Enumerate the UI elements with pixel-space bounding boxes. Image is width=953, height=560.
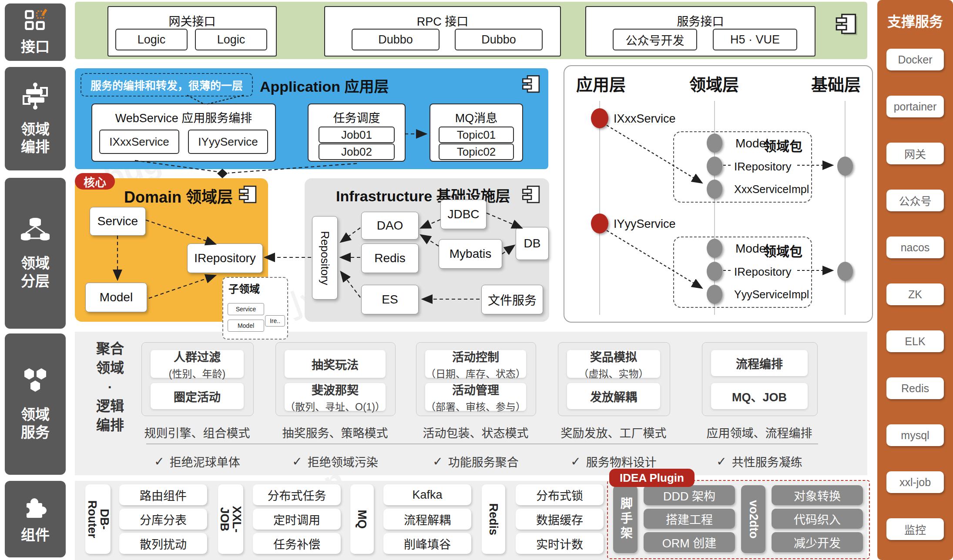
subdomain-box: 子领域 Service Ire.. Model bbox=[222, 277, 288, 340]
sidebar-item-domain-orchestration: 领域编排 bbox=[5, 67, 66, 170]
layer-sequence-panel: 应用层 领域层 基础层 IXxxService Model 领域包 IRepos… bbox=[564, 65, 873, 323]
activity-scope-box: 圈定活动 bbox=[151, 383, 244, 409]
mybatis-box: Mybatis bbox=[439, 239, 502, 269]
check-icon: ✓ bbox=[570, 454, 581, 469]
jdbc-box: JDBC bbox=[440, 200, 487, 229]
group-caption: 抽奖服务、策略模式 bbox=[265, 424, 405, 441]
model-node bbox=[707, 133, 722, 153]
support-service-item: 监控 bbox=[886, 518, 944, 540]
component-item: 路由组件 bbox=[119, 484, 207, 505]
dubbo-button: Dubbo bbox=[455, 29, 543, 50]
check-label: 功能服务聚合 bbox=[448, 453, 519, 470]
check-item: ✓ 功能服务聚合 bbox=[402, 453, 550, 470]
serviceimpl-node bbox=[707, 285, 722, 304]
check-item: ✓ 拒绝泥球单体 bbox=[123, 453, 271, 470]
iyyyservice-label: IYyyService bbox=[614, 217, 676, 231]
grid-pencil-icon bbox=[23, 9, 48, 35]
mq-job-box: MQ、JOB bbox=[711, 383, 808, 409]
support-service-item: Docker bbox=[886, 49, 944, 70]
box-sub: （虚拟、实物） bbox=[579, 366, 649, 380]
check-label: 拒绝领域污染 bbox=[308, 453, 378, 470]
crowd-filter-box: 人群过滤 (性别、年龄) bbox=[151, 350, 244, 378]
box-sub: （日期、库存、状态） bbox=[426, 366, 526, 380]
activity-control-box: 活动控制 （日期、库存、状态） bbox=[425, 350, 526, 378]
ixxxservice-node bbox=[591, 108, 608, 128]
component-item: 任务补偿 bbox=[253, 533, 341, 554]
support-service-item: portainer bbox=[886, 96, 944, 117]
application-callout: 服务的编排和转发，很薄的一层 bbox=[81, 73, 253, 97]
sidebar-item-components: 组件 bbox=[5, 481, 66, 557]
core-badge: 核心 bbox=[75, 173, 115, 190]
check-label: 服务物料设计 bbox=[586, 453, 657, 470]
hexagons-icon bbox=[20, 367, 51, 397]
irepository-node bbox=[707, 157, 722, 176]
check-icon: ✓ bbox=[433, 454, 443, 469]
check-icon: ✓ bbox=[292, 454, 302, 469]
ixxxservice-label: IXxxService bbox=[614, 112, 676, 126]
flow-icon bbox=[21, 82, 50, 112]
fibonacci-box: 斐波那契 （散列、寻址、O(1)） bbox=[285, 383, 386, 411]
model-node bbox=[707, 239, 722, 258]
label-line: 领域 bbox=[89, 358, 131, 377]
support-service-item: nacos bbox=[886, 237, 944, 258]
component-item: 削峰填谷 bbox=[383, 533, 471, 554]
column-base: 基础层 bbox=[811, 71, 861, 95]
logic-button: Logic bbox=[195, 29, 267, 50]
dubbo-button: Dubbo bbox=[352, 29, 440, 50]
model-box: Model bbox=[85, 283, 147, 312]
iyyyservice-node bbox=[591, 213, 608, 233]
es-box: ES bbox=[361, 285, 419, 314]
box-sub: （部署、审核、参与） bbox=[426, 399, 526, 413]
idea-plugin-badge: IDEA Plugin bbox=[609, 469, 695, 487]
check-item: ✓ 共性服务凝练 bbox=[685, 453, 833, 470]
db-tree-icon bbox=[19, 217, 51, 246]
subdomain-title: 子领域 bbox=[228, 280, 260, 296]
support-service-item: Redis bbox=[886, 377, 944, 399]
check-icon: ✓ bbox=[716, 454, 726, 469]
serviceimpl-label: YyyServiceImpl bbox=[734, 288, 809, 301]
plugin-item: DDD 架构 bbox=[644, 485, 735, 505]
box-title: 流程编排 bbox=[736, 355, 783, 372]
label-line: 聚合 bbox=[89, 339, 131, 358]
box-title: 奖品模拟 bbox=[590, 348, 637, 365]
domain-package-label: 领域包 bbox=[763, 241, 802, 260]
box-title: MQ、JOB bbox=[732, 388, 787, 405]
file-service-box: 文件服务 bbox=[481, 285, 543, 314]
plugin-item: 搭建工程 bbox=[644, 509, 735, 529]
puzzle-icon bbox=[21, 494, 49, 522]
wechat-dev-button: 公众号开发 bbox=[613, 29, 697, 50]
serviceimpl-node bbox=[707, 180, 722, 199]
sidebar-item-label: 领域服务 bbox=[20, 406, 51, 441]
box-title: 发放解耦 bbox=[590, 388, 637, 405]
sidebar-item-label: 领域分层 bbox=[20, 255, 51, 290]
base-layer-node bbox=[837, 262, 853, 281]
db-router-label: DB-Router bbox=[85, 484, 111, 554]
subdomain-service-box: Service bbox=[228, 303, 264, 315]
base-layer-node bbox=[837, 157, 853, 176]
box-title: 人群过滤 bbox=[174, 348, 221, 365]
redis-label: Redis bbox=[482, 484, 505, 554]
support-service-item: 网关 bbox=[886, 143, 944, 164]
component-icon bbox=[520, 183, 542, 208]
support-service-item: ZK bbox=[886, 283, 944, 305]
box-title: 活动控制 bbox=[452, 348, 499, 365]
check-label: 拒绝泥球单体 bbox=[170, 453, 240, 470]
group-caption: 奖励发放、工厂模式 bbox=[544, 424, 683, 441]
sidebar-item-interface: 接口 bbox=[5, 3, 66, 61]
label-line: 编排 bbox=[89, 416, 131, 435]
box-sub: （散列、寻址、O(1)） bbox=[285, 399, 385, 413]
job01-box: Job01 bbox=[319, 127, 395, 143]
iyyyservice-box: IYyyService bbox=[188, 130, 268, 154]
prize-simulate-box: 奖品模拟 （虚拟、实物） bbox=[567, 350, 660, 378]
sidebar-item-label: 领域编排 bbox=[20, 121, 51, 156]
component-item: 分布式锁 bbox=[516, 484, 604, 505]
component-item: 实时计数 bbox=[516, 533, 604, 554]
check-icon: ✓ bbox=[154, 454, 164, 469]
grant-decouple-box: 发放解耦 bbox=[567, 383, 660, 409]
group-caption: 应用领域、流程编排 bbox=[690, 424, 829, 441]
box-title: 活动管理 bbox=[452, 381, 499, 398]
column-application: 应用层 bbox=[576, 71, 626, 95]
group-caption: 规则引擎、组合模式 bbox=[128, 424, 267, 441]
gateway-interface-title: 网关接口 bbox=[108, 12, 276, 29]
h5-vue-button: H5 · VUE bbox=[713, 29, 797, 50]
